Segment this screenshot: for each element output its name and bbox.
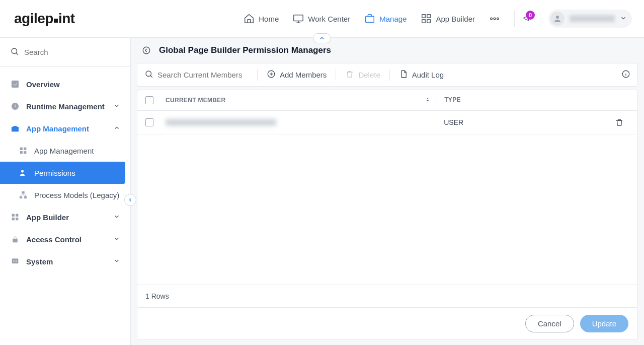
chevron-down-icon [113, 213, 120, 222]
notifications-button[interactable]: 0 [523, 14, 532, 24]
members-table: CURRENT MEMBER TYPE USER [137, 90, 638, 308]
clock-icon [10, 101, 20, 111]
table-footer: 1 Rows [137, 285, 637, 307]
sidebar-item-access-control[interactable]: Access Control [0, 228, 130, 250]
row-delete-button[interactable] [609, 118, 629, 127]
table-header: CURRENT MEMBER TYPE [137, 90, 637, 111]
header-right: 0 [514, 10, 632, 28]
chevron-down-icon [113, 257, 120, 266]
divider [540, 11, 540, 27]
svg-rect-2 [422, 15, 425, 18]
row-member-cell [166, 119, 436, 126]
nav-manage[interactable]: Manage [364, 13, 407, 24]
monitor-icon [293, 13, 304, 24]
main-content: Global Page Builder Permission Managers … [131, 38, 644, 345]
svg-rect-20 [20, 196, 22, 198]
add-members-button[interactable]: Add Members [258, 67, 336, 82]
svg-rect-0 [294, 15, 303, 21]
sidebar: Overview Runtime Management App Manageme… [0, 38, 131, 345]
tiles-icon [18, 146, 28, 156]
nav-app-builder-label: App Builder [436, 15, 475, 23]
app-body: Overview Runtime Management App Manageme… [0, 38, 644, 345]
svg-rect-13 [12, 127, 19, 131]
svg-rect-25 [16, 218, 19, 221]
sidebar-item-system[interactable]: System [0, 250, 130, 272]
user-name [570, 15, 615, 22]
back-button[interactable] [141, 45, 152, 56]
search-icon [144, 70, 153, 80]
svg-point-6 [491, 18, 493, 20]
chevron-down-icon [113, 102, 120, 111]
sidebar-sub-permissions[interactable]: Permissions [0, 162, 125, 184]
tiles-icon [10, 212, 20, 222]
svg-rect-17 [24, 152, 27, 154]
chevron-down-icon [620, 15, 627, 23]
update-button[interactable]: Update [580, 315, 628, 332]
nav-more[interactable] [489, 13, 500, 24]
nav-home[interactable]: Home [244, 13, 279, 24]
person-key-icon [18, 168, 28, 178]
cancel-button[interactable]: Cancel [525, 315, 574, 332]
svg-point-28 [143, 47, 150, 54]
grid-icon [421, 13, 432, 24]
notification-badge: 0 [526, 11, 535, 20]
brand-text-right: int [58, 11, 75, 27]
svg-rect-16 [20, 152, 23, 154]
svg-rect-22 [12, 214, 15, 217]
search-icon [10, 47, 19, 57]
header-collapse-toggle[interactable] [313, 33, 331, 43]
system-icon [10, 256, 20, 266]
nav-app-builder[interactable]: App Builder [421, 13, 475, 24]
svg-point-10 [12, 48, 17, 54]
audit-log-button[interactable]: Audit Log [390, 67, 453, 82]
dots-icon [489, 13, 500, 24]
home-icon [244, 13, 255, 24]
sidebar-item-overview[interactable]: Overview [0, 73, 130, 95]
sidebar-item-app-builder[interactable]: App Builder [0, 206, 130, 228]
toolbar-search-group[interactable] [144, 67, 257, 82]
page-title: Global Page Builder Permission Managers [159, 45, 331, 55]
svg-rect-23 [16, 214, 19, 217]
chart-icon [10, 79, 20, 89]
sidebar-item-label: Runtime Management [26, 102, 105, 111]
sidebar-item-label: App Builder [26, 213, 69, 222]
row-checkbox[interactable] [145, 118, 153, 126]
nav-home-label: Home [259, 15, 279, 23]
row-count-label: 1 Rows [145, 292, 169, 300]
svg-rect-1 [366, 16, 374, 22]
sidebar-sub-app-management-link[interactable]: App Management [0, 140, 130, 162]
members-search-input[interactable] [157, 71, 248, 79]
table-row: USER [137, 111, 637, 134]
nav-work-center[interactable]: Work Center [293, 13, 350, 24]
sidebar-search-input[interactable] [24, 48, 115, 56]
page-header: Global Page Builder Permission Managers [131, 38, 644, 59]
brand-text-left: agilep [14, 11, 53, 27]
toolbar: Add Members Delete Audit Log [137, 63, 638, 87]
select-all-cell [145, 96, 166, 104]
col-type-header[interactable]: TYPE [436, 96, 609, 104]
delete-button: Delete [336, 67, 389, 82]
svg-point-18 [21, 170, 24, 173]
col-member-header[interactable]: CURRENT MEMBER [166, 96, 436, 104]
sidebar-item-runtime[interactable]: Runtime Management [0, 95, 130, 117]
briefcase-icon [364, 13, 375, 24]
svg-rect-15 [24, 148, 27, 150]
select-all-checkbox[interactable] [145, 96, 153, 104]
trash-icon [345, 70, 354, 80]
user-menu[interactable] [548, 10, 632, 28]
col-type-label: TYPE [444, 96, 461, 103]
sidebar-item-label: System [26, 257, 53, 266]
info-button[interactable] [621, 70, 630, 80]
divider [514, 11, 515, 27]
hierarchy-icon [18, 190, 28, 200]
delete-label: Delete [358, 71, 380, 79]
brand-logo: agilep int [14, 11, 75, 27]
sidebar-collapse-toggle[interactable] [124, 194, 136, 206]
sidebar-item-app-management[interactable]: App Management [0, 117, 130, 140]
svg-point-9 [556, 16, 559, 19]
sidebar-search[interactable] [0, 38, 130, 67]
svg-point-8 [497, 18, 499, 20]
sidebar-sub-process-models[interactable]: Process Models (Legacy) [0, 184, 130, 206]
svg-rect-19 [22, 191, 25, 193]
col-action-header [609, 96, 629, 104]
